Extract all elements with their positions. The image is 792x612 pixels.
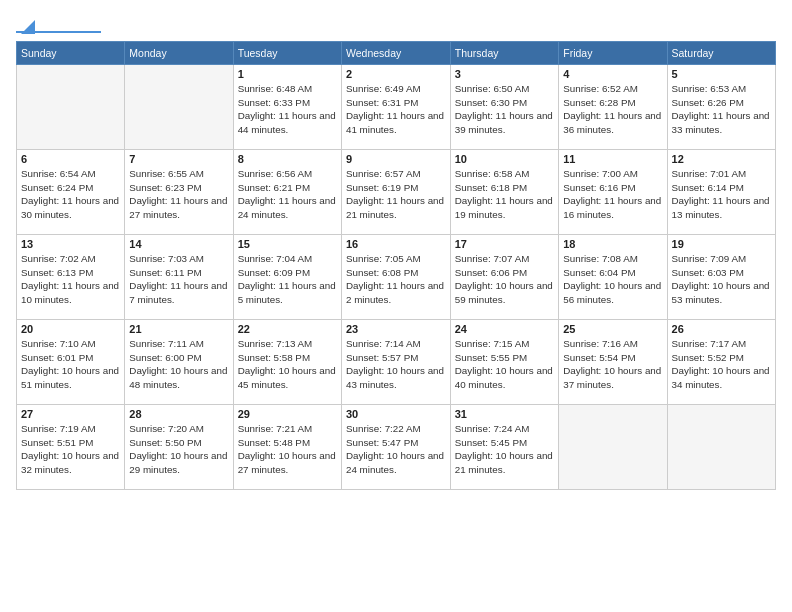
day-details: Sunrise: 7:09 AMSunset: 6:03 PMDaylight:… bbox=[672, 252, 771, 307]
day-number: 15 bbox=[238, 238, 337, 250]
calendar-cell: 10Sunrise: 6:58 AMSunset: 6:18 PMDayligh… bbox=[450, 150, 558, 235]
day-details: Sunrise: 7:14 AMSunset: 5:57 PMDaylight:… bbox=[346, 337, 446, 392]
calendar-week-row: 27Sunrise: 7:19 AMSunset: 5:51 PMDayligh… bbox=[17, 405, 776, 490]
day-details: Sunrise: 6:49 AMSunset: 6:31 PMDaylight:… bbox=[346, 82, 446, 137]
day-number: 23 bbox=[346, 323, 446, 335]
day-details: Sunrise: 6:48 AMSunset: 6:33 PMDaylight:… bbox=[238, 82, 337, 137]
day-details: Sunrise: 7:22 AMSunset: 5:47 PMDaylight:… bbox=[346, 422, 446, 477]
calendar-cell bbox=[667, 405, 775, 490]
calendar-cell: 14Sunrise: 7:03 AMSunset: 6:11 PMDayligh… bbox=[125, 235, 233, 320]
day-number: 14 bbox=[129, 238, 228, 250]
calendar-week-row: 13Sunrise: 7:02 AMSunset: 6:13 PMDayligh… bbox=[17, 235, 776, 320]
day-number: 5 bbox=[672, 68, 771, 80]
day-number: 9 bbox=[346, 153, 446, 165]
calendar-cell: 20Sunrise: 7:10 AMSunset: 6:01 PMDayligh… bbox=[17, 320, 125, 405]
calendar-cell: 27Sunrise: 7:19 AMSunset: 5:51 PMDayligh… bbox=[17, 405, 125, 490]
day-number: 25 bbox=[563, 323, 662, 335]
calendar-cell: 3Sunrise: 6:50 AMSunset: 6:30 PMDaylight… bbox=[450, 65, 558, 150]
calendar-cell: 19Sunrise: 7:09 AMSunset: 6:03 PMDayligh… bbox=[667, 235, 775, 320]
day-number: 2 bbox=[346, 68, 446, 80]
calendar-cell: 7Sunrise: 6:55 AMSunset: 6:23 PMDaylight… bbox=[125, 150, 233, 235]
day-number: 31 bbox=[455, 408, 554, 420]
day-number: 4 bbox=[563, 68, 662, 80]
day-details: Sunrise: 7:13 AMSunset: 5:58 PMDaylight:… bbox=[238, 337, 337, 392]
calendar-cell: 16Sunrise: 7:05 AMSunset: 6:08 PMDayligh… bbox=[341, 235, 450, 320]
header-friday: Friday bbox=[559, 42, 667, 65]
day-details: Sunrise: 7:07 AMSunset: 6:06 PMDaylight:… bbox=[455, 252, 554, 307]
day-details: Sunrise: 6:56 AMSunset: 6:21 PMDaylight:… bbox=[238, 167, 337, 222]
day-number: 30 bbox=[346, 408, 446, 420]
day-number: 8 bbox=[238, 153, 337, 165]
calendar-cell bbox=[559, 405, 667, 490]
calendar-week-row: 20Sunrise: 7:10 AMSunset: 6:01 PMDayligh… bbox=[17, 320, 776, 405]
calendar-week-row: 6Sunrise: 6:54 AMSunset: 6:24 PMDaylight… bbox=[17, 150, 776, 235]
calendar-cell: 26Sunrise: 7:17 AMSunset: 5:52 PMDayligh… bbox=[667, 320, 775, 405]
day-number: 13 bbox=[21, 238, 120, 250]
day-details: Sunrise: 6:55 AMSunset: 6:23 PMDaylight:… bbox=[129, 167, 228, 222]
day-number: 24 bbox=[455, 323, 554, 335]
svg-marker-0 bbox=[21, 20, 35, 34]
calendar-cell: 1Sunrise: 6:48 AMSunset: 6:33 PMDaylight… bbox=[233, 65, 341, 150]
calendar-table: Sunday Monday Tuesday Wednesday Thursday… bbox=[16, 41, 776, 490]
header-sunday: Sunday bbox=[17, 42, 125, 65]
day-details: Sunrise: 7:01 AMSunset: 6:14 PMDaylight:… bbox=[672, 167, 771, 222]
calendar-cell: 30Sunrise: 7:22 AMSunset: 5:47 PMDayligh… bbox=[341, 405, 450, 490]
header-wednesday: Wednesday bbox=[341, 42, 450, 65]
calendar-cell: 11Sunrise: 7:00 AMSunset: 6:16 PMDayligh… bbox=[559, 150, 667, 235]
day-details: Sunrise: 7:16 AMSunset: 5:54 PMDaylight:… bbox=[563, 337, 662, 392]
day-details: Sunrise: 6:52 AMSunset: 6:28 PMDaylight:… bbox=[563, 82, 662, 137]
day-number: 10 bbox=[455, 153, 554, 165]
day-details: Sunrise: 7:02 AMSunset: 6:13 PMDaylight:… bbox=[21, 252, 120, 307]
day-details: Sunrise: 7:11 AMSunset: 6:00 PMDaylight:… bbox=[129, 337, 228, 392]
calendar-cell: 21Sunrise: 7:11 AMSunset: 6:00 PMDayligh… bbox=[125, 320, 233, 405]
calendar-cell: 15Sunrise: 7:04 AMSunset: 6:09 PMDayligh… bbox=[233, 235, 341, 320]
day-details: Sunrise: 6:58 AMSunset: 6:18 PMDaylight:… bbox=[455, 167, 554, 222]
day-number: 3 bbox=[455, 68, 554, 80]
calendar-cell: 4Sunrise: 6:52 AMSunset: 6:28 PMDaylight… bbox=[559, 65, 667, 150]
day-number: 26 bbox=[672, 323, 771, 335]
calendar-cell: 28Sunrise: 7:20 AMSunset: 5:50 PMDayligh… bbox=[125, 405, 233, 490]
page-header bbox=[16, 16, 776, 33]
calendar-header-row: Sunday Monday Tuesday Wednesday Thursday… bbox=[17, 42, 776, 65]
day-number: 6 bbox=[21, 153, 120, 165]
day-details: Sunrise: 7:05 AMSunset: 6:08 PMDaylight:… bbox=[346, 252, 446, 307]
day-details: Sunrise: 7:20 AMSunset: 5:50 PMDaylight:… bbox=[129, 422, 228, 477]
day-details: Sunrise: 7:00 AMSunset: 6:16 PMDaylight:… bbox=[563, 167, 662, 222]
calendar-cell: 18Sunrise: 7:08 AMSunset: 6:04 PMDayligh… bbox=[559, 235, 667, 320]
calendar-cell: 25Sunrise: 7:16 AMSunset: 5:54 PMDayligh… bbox=[559, 320, 667, 405]
day-details: Sunrise: 7:10 AMSunset: 6:01 PMDaylight:… bbox=[21, 337, 120, 392]
day-details: Sunrise: 6:57 AMSunset: 6:19 PMDaylight:… bbox=[346, 167, 446, 222]
calendar-cell: 24Sunrise: 7:15 AMSunset: 5:55 PMDayligh… bbox=[450, 320, 558, 405]
day-number: 7 bbox=[129, 153, 228, 165]
day-number: 17 bbox=[455, 238, 554, 250]
calendar-cell: 17Sunrise: 7:07 AMSunset: 6:06 PMDayligh… bbox=[450, 235, 558, 320]
calendar-cell: 31Sunrise: 7:24 AMSunset: 5:45 PMDayligh… bbox=[450, 405, 558, 490]
day-number: 22 bbox=[238, 323, 337, 335]
day-details: Sunrise: 7:15 AMSunset: 5:55 PMDaylight:… bbox=[455, 337, 554, 392]
day-number: 18 bbox=[563, 238, 662, 250]
calendar-cell: 13Sunrise: 7:02 AMSunset: 6:13 PMDayligh… bbox=[17, 235, 125, 320]
day-details: Sunrise: 7:24 AMSunset: 5:45 PMDaylight:… bbox=[455, 422, 554, 477]
calendar-week-row: 1Sunrise: 6:48 AMSunset: 6:33 PMDaylight… bbox=[17, 65, 776, 150]
calendar-cell: 23Sunrise: 7:14 AMSunset: 5:57 PMDayligh… bbox=[341, 320, 450, 405]
day-number: 11 bbox=[563, 153, 662, 165]
day-details: Sunrise: 6:50 AMSunset: 6:30 PMDaylight:… bbox=[455, 82, 554, 137]
day-number: 20 bbox=[21, 323, 120, 335]
day-details: Sunrise: 6:53 AMSunset: 6:26 PMDaylight:… bbox=[672, 82, 771, 137]
day-details: Sunrise: 7:17 AMSunset: 5:52 PMDaylight:… bbox=[672, 337, 771, 392]
day-number: 12 bbox=[672, 153, 771, 165]
day-number: 28 bbox=[129, 408, 228, 420]
day-details: Sunrise: 7:03 AMSunset: 6:11 PMDaylight:… bbox=[129, 252, 228, 307]
day-number: 27 bbox=[21, 408, 120, 420]
day-details: Sunrise: 6:54 AMSunset: 6:24 PMDaylight:… bbox=[21, 167, 120, 222]
calendar-cell: 22Sunrise: 7:13 AMSunset: 5:58 PMDayligh… bbox=[233, 320, 341, 405]
day-number: 19 bbox=[672, 238, 771, 250]
day-number: 1 bbox=[238, 68, 337, 80]
header-monday: Monday bbox=[125, 42, 233, 65]
header-thursday: Thursday bbox=[450, 42, 558, 65]
header-tuesday: Tuesday bbox=[233, 42, 341, 65]
calendar-cell: 9Sunrise: 6:57 AMSunset: 6:19 PMDaylight… bbox=[341, 150, 450, 235]
day-details: Sunrise: 7:04 AMSunset: 6:09 PMDaylight:… bbox=[238, 252, 337, 307]
calendar-cell: 5Sunrise: 6:53 AMSunset: 6:26 PMDaylight… bbox=[667, 65, 775, 150]
calendar-cell: 8Sunrise: 6:56 AMSunset: 6:21 PMDaylight… bbox=[233, 150, 341, 235]
